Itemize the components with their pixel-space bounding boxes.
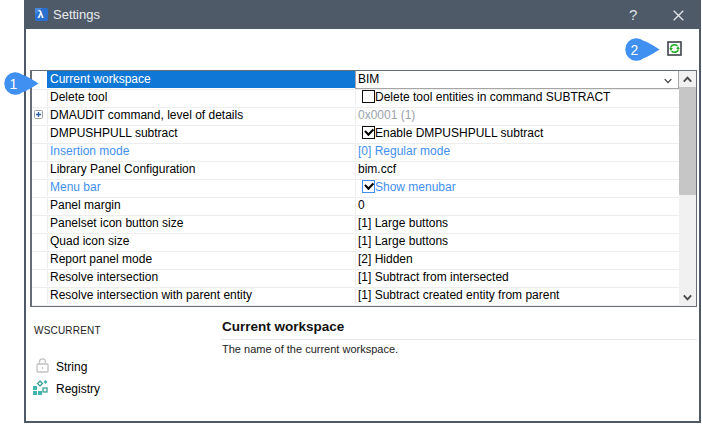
svg-text:2: 2	[631, 42, 639, 58]
svg-text:λ: λ	[38, 8, 44, 20]
svg-text:1: 1	[10, 76, 18, 92]
